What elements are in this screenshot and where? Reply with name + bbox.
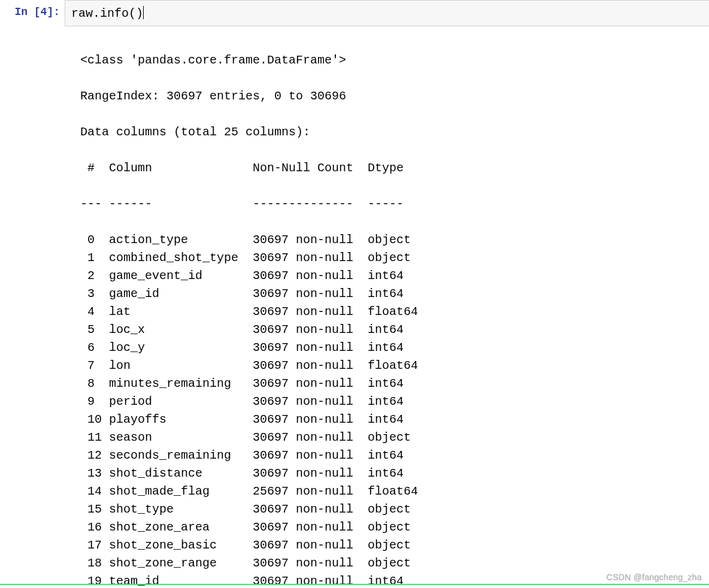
output-cell: <class 'pandas.core.frame.DataFrame'> Ra… bbox=[0, 26, 709, 588]
table-row: 11 season30697 non-nullobject bbox=[80, 429, 703, 447]
table-row: 5 loc_x30697 non-nullint64 bbox=[80, 321, 703, 339]
text-cursor bbox=[143, 6, 144, 19]
table-row: 16 shot_zone_area30697 non-nullobject bbox=[80, 519, 703, 537]
watermark: CSDN @fangcheng_zha bbox=[607, 572, 702, 582]
output-line: Data columns (total 25 columns): bbox=[80, 123, 703, 141]
table-row: 18 shot_zone_range30697 non-nullobject bbox=[80, 554, 703, 572]
output-prompt-spacer bbox=[0, 26, 65, 588]
table-row: 6 loc_y30697 non-nullint64 bbox=[80, 339, 703, 357]
columns-header: # ColumnNon-Null CountDtype bbox=[80, 159, 703, 177]
table-row: 14 shot_made_flag25697 non-nullfloat64 bbox=[80, 483, 703, 501]
code-input[interactable]: raw.info() bbox=[65, 0, 709, 26]
table-row: 15 shot_type30697 non-nullobject bbox=[80, 501, 703, 519]
input-prompt: In [4]: bbox=[14, 6, 60, 18]
table-row: 0 action_type30697 non-nullobject bbox=[80, 231, 703, 249]
table-row: 4 lat30697 non-nullfloat64 bbox=[80, 303, 703, 321]
code-text: raw.info() bbox=[71, 7, 143, 20]
code-line: raw.info() bbox=[71, 7, 144, 20]
input-cell: In [4]: raw.info() bbox=[0, 0, 709, 26]
bottom-border bbox=[0, 584, 709, 585]
table-row: 2 game_event_id30697 non-nullint64 bbox=[80, 267, 703, 285]
table-row: 1 combined_shot_type30697 non-nullobject bbox=[80, 249, 703, 267]
table-row: 9 period30697 non-nullint64 bbox=[80, 393, 703, 411]
table-row: 13 shot_distance30697 non-nullint64 bbox=[80, 465, 703, 483]
output-line: <class 'pandas.core.frame.DataFrame'> bbox=[80, 51, 703, 69]
table-row: 17 shot_zone_basic30697 non-nullobject bbox=[80, 537, 703, 554]
input-prompt-area: In [4]: bbox=[0, 0, 65, 26]
table-row: 3 game_id30697 non-nullint64 bbox=[80, 285, 703, 303]
columns-divider: --- ------------------------- bbox=[80, 195, 703, 213]
output-line: RangeIndex: 30697 entries, 0 to 30696 bbox=[80, 87, 703, 105]
table-row: 10 playoffs30697 non-nullint64 bbox=[80, 411, 703, 429]
table-row: 7 lon30697 non-nullfloat64 bbox=[80, 357, 703, 375]
output-area: <class 'pandas.core.frame.DataFrame'> Ra… bbox=[65, 26, 709, 588]
table-row: 8 minutes_remaining30697 non-nullint64 bbox=[80, 375, 703, 393]
table-row: 12 seconds_remaining30697 non-nullint64 bbox=[80, 447, 703, 465]
